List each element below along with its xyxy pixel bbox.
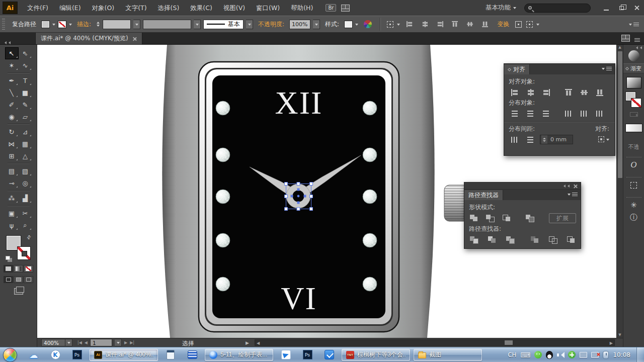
profile-dropdown[interactable] (246, 20, 253, 29)
restore-button[interactable] (614, 2, 629, 14)
crop-button[interactable] (530, 235, 540, 244)
vertical-distribute-center-button[interactable] (524, 109, 537, 118)
control-horizontal-align-left-button[interactable] (405, 20, 415, 29)
screen-mode-button[interactable] (14, 288, 23, 295)
stroke-weight-input[interactable] (103, 20, 131, 29)
zoom-dropdown[interactable] (65, 339, 72, 346)
control-horizontal-align-center-button[interactable] (420, 20, 430, 29)
numeral-twelve[interactable]: XII (275, 85, 323, 121)
menubar-menu-4[interactable]: 选择(S) (152, 0, 185, 16)
panel-menu-icon[interactable] (602, 66, 612, 74)
shape-builder-tool[interactable]: ⊞ (5, 150, 19, 162)
qq-tray-icon[interactable] (546, 351, 553, 359)
keyboard-icon[interactable]: ⌨ (520, 351, 530, 359)
chevron-down-icon[interactable] (536, 24, 539, 27)
vertical-scroll-thumb[interactable] (618, 51, 622, 178)
horizontal-align-center-button[interactable] (524, 87, 537, 97)
intersect-button[interactable] (502, 214, 512, 223)
stroke-proxy[interactable] (17, 246, 31, 260)
menubar-menu-3[interactable]: 文字(T) (120, 0, 152, 16)
expand-button[interactable]: 扩展 (549, 213, 576, 223)
scroll-right-icon[interactable]: ▶ (610, 341, 613, 345)
pathfinder-panel-icon[interactable]: ✳ (623, 199, 644, 211)
collapse-panels-icon[interactable] (0, 40, 35, 44)
volume-icon[interactable] (557, 352, 564, 358)
vertical-distribute-bottom-button[interactable] (540, 109, 552, 118)
horizontal-distribute-right-button[interactable] (594, 109, 606, 118)
style-swatch[interactable] (344, 21, 353, 28)
control-panel-menu[interactable] (629, 22, 639, 27)
paintbrush-tool[interactable]: ✐ (5, 99, 19, 111)
horizontal-distribute-space-button[interactable] (509, 135, 521, 144)
close-button[interactable] (629, 2, 644, 14)
photoshop-icon[interactable]: Ps (70, 348, 84, 361)
chevron-down-icon[interactable] (397, 24, 400, 27)
k-app-icon[interactable]: K (49, 348, 62, 361)
taskbar-window-3[interactable]: 截图 (414, 349, 482, 361)
transform-panel-icon[interactable] (623, 179, 644, 191)
align-to-selection-icon[interactable] (387, 21, 393, 28)
control-vertical-align-bottom-button[interactable] (480, 20, 490, 29)
chevron-down-icon[interactable] (355, 24, 358, 27)
artboard-dropdown[interactable] (115, 339, 122, 346)
scale-tool[interactable]: ⊿ (19, 126, 32, 138)
line-segment-tool[interactable]: ╲ (5, 86, 19, 99)
last-artboard-button[interactable]: ▶| (130, 340, 134, 345)
free-transform-tool[interactable]: ▦ (19, 138, 32, 150)
none-mode-button[interactable] (24, 265, 33, 273)
cloud-app-icon[interactable]: ☁ (27, 348, 40, 361)
stroke-weight-stepper[interactable] (97, 20, 100, 28)
network-error-icon[interactable] (591, 352, 599, 358)
horizontal-scroll-thumb[interactable] (505, 340, 513, 345)
menubar-menu-0[interactable]: 文件(F) (22, 0, 54, 16)
status-menu-icon[interactable]: ▶ (246, 340, 249, 345)
minus-back-button[interactable] (566, 235, 576, 244)
menubar-menu-1[interactable]: 编辑(E) (54, 0, 87, 16)
eraser-tool[interactable]: ▱ (19, 111, 32, 123)
rectangle-tool[interactable]: ■ (19, 86, 32, 99)
bounding-box-icon[interactable] (515, 21, 522, 28)
magic-wand-tool[interactable]: ✶ (5, 59, 19, 71)
calculator-icon[interactable] (164, 348, 177, 361)
opacity-input[interactable]: 100% (289, 20, 310, 29)
vertical-align-center-button[interactable] (578, 87, 591, 97)
swap-fill-stroke-icon[interactable]: ⇄ (25, 234, 32, 241)
unite-button[interactable] (469, 214, 479, 223)
vertical-scrollbar[interactable]: ▲ ▼ (616, 45, 623, 338)
search-input[interactable] (524, 4, 591, 13)
opacity-link[interactable]: 不透明度: (258, 20, 284, 29)
workspace-switcher[interactable]: 基本功能 (486, 4, 516, 12)
zoom-level-input[interactable]: 400% (41, 339, 65, 346)
perspective-grid-tool[interactable]: △ (19, 150, 32, 162)
draw-normal-button[interactable] (4, 276, 13, 283)
gradient-panel-tab[interactable]: 渐变 (623, 63, 644, 73)
close-panel-icon[interactable] (574, 184, 578, 188)
gradient-tool[interactable]: ▧ (19, 165, 32, 177)
menubar-menu-8[interactable]: 帮助(H) (285, 0, 318, 16)
horizontal-distribute-center-button[interactable] (578, 109, 591, 118)
scroll-left-icon[interactable]: ◀ (257, 341, 260, 345)
mesh-tool[interactable]: ▤ (5, 165, 19, 177)
blob-brush-tool[interactable]: ◉ (5, 111, 19, 123)
thunder-app-icon[interactable] (279, 348, 292, 361)
safety-tray-icon[interactable] (568, 351, 576, 358)
bridge-button[interactable]: Br (326, 4, 336, 12)
trim-button[interactable] (487, 235, 497, 244)
vertical-align-bottom-button[interactable] (594, 87, 606, 97)
control-vertical-align-top-button[interactable] (450, 20, 460, 29)
menubar-menu-6[interactable]: 视图(V) (218, 0, 251, 16)
info-panel-icon[interactable]: ⓘ (623, 211, 644, 223)
collapse-panel-icon[interactable] (562, 185, 570, 188)
vertical-distribute-top-button[interactable] (509, 109, 521, 118)
pathfinder-panel-tab[interactable]: 路径查找器 (464, 190, 503, 200)
scroll-up-icon[interactable]: ▲ (618, 45, 621, 50)
fill-color-swatch[interactable] (41, 21, 50, 28)
control-horizontal-align-right-button[interactable] (435, 20, 445, 29)
pathfinder-panel-header[interactable] (464, 183, 581, 190)
reverse-gradient-icon[interactable] (630, 112, 638, 117)
gradient-panel-icon[interactable] (628, 50, 639, 61)
width-tool[interactable]: ⋈ (5, 138, 19, 150)
panel-grip[interactable] (2, 19, 5, 30)
hand-tool[interactable]: ψ (5, 219, 19, 231)
menubar-menu-7[interactable]: 窗口(W) (251, 0, 285, 16)
